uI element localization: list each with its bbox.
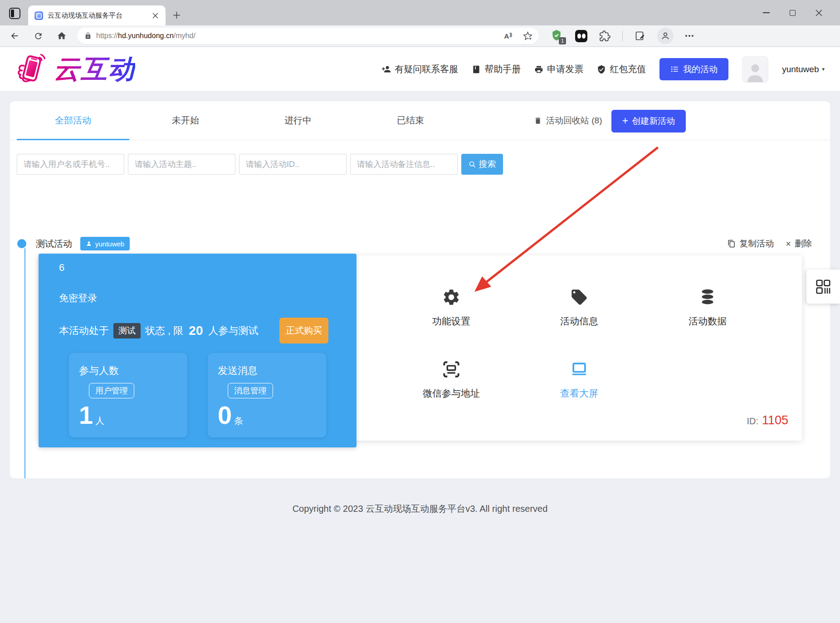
stat-value: 1 bbox=[79, 401, 93, 429]
feature-activity-data[interactable]: 活动数据 bbox=[662, 285, 753, 328]
activity-id: ID: 1105 bbox=[747, 413, 788, 427]
collections-icon[interactable] bbox=[635, 30, 645, 41]
refresh-icon bbox=[34, 31, 43, 41]
feature-label: 活动数据 bbox=[662, 315, 753, 328]
status-prefix: 本活动处于 bbox=[59, 324, 109, 338]
tab-in-progress[interactable]: 进行中 bbox=[242, 101, 354, 140]
status-suffix: 人参与测试 bbox=[209, 324, 259, 338]
browser-titlebar: 云互动现场互动服务平台 bbox=[0, 0, 840, 25]
delete-activity-label: 删除 bbox=[795, 238, 812, 250]
participants-stat-card: 参与人数 用户管理 1 人 bbox=[69, 353, 187, 437]
feature-function-settings[interactable]: 功能设置 bbox=[406, 285, 497, 328]
nav-label: 红包充值 bbox=[610, 63, 646, 75]
feature-activity-info[interactable]: 活动信息 bbox=[534, 285, 625, 328]
feature-label: 活动信息 bbox=[534, 315, 625, 328]
search-filters: 搜索 bbox=[17, 154, 503, 175]
close-icon bbox=[816, 10, 822, 16]
stat-value: 0 bbox=[218, 401, 232, 429]
browser-tab[interactable]: 云互动现场互动服务平台 bbox=[28, 5, 166, 25]
timeline-line bbox=[24, 248, 25, 478]
nav-help-manual[interactable]: 帮助手册 bbox=[472, 63, 521, 75]
avatar[interactable] bbox=[742, 56, 768, 83]
username-menu[interactable]: yuntuweb ▾ bbox=[782, 64, 825, 74]
nav-label: 有疑问联系客服 bbox=[395, 63, 458, 75]
buy-official-button[interactable]: 正式购买 bbox=[279, 318, 328, 343]
laptop-icon bbox=[569, 359, 589, 379]
browser-toolbar: https://hd.yunhudong.cn/myhd/ A)) 1 bbox=[0, 25, 840, 47]
recycle-bin-label: 活动回收站 (8) bbox=[546, 115, 602, 127]
user-management-button[interactable]: 用户管理 bbox=[89, 383, 134, 398]
adblock-extension-button[interactable]: 1 bbox=[551, 29, 563, 43]
nav-request-invoice[interactable]: 申请发票 bbox=[534, 63, 583, 75]
read-aloud-icon[interactable]: A)) bbox=[504, 32, 511, 40]
tab-not-started[interactable]: 未开始 bbox=[129, 101, 242, 140]
layout-toggle-button[interactable] bbox=[806, 270, 840, 304]
person-icon bbox=[660, 31, 670, 41]
copy-activity-label: 复制活动 bbox=[739, 238, 774, 250]
grid-list-icon bbox=[815, 278, 832, 295]
status-middle: 状态 , 限 bbox=[145, 324, 183, 338]
back-icon bbox=[10, 31, 20, 41]
avatar-placeholder-icon bbox=[745, 61, 766, 82]
topic-search-input[interactable] bbox=[128, 154, 235, 175]
workspaces-icon bbox=[9, 8, 20, 19]
trash-icon bbox=[534, 117, 542, 125]
nav-redpacket-recharge[interactable]: 红包充值 bbox=[597, 63, 646, 75]
search-button[interactable]: 搜索 bbox=[461, 154, 503, 175]
copy-icon bbox=[728, 240, 736, 248]
person-add-icon bbox=[381, 64, 391, 74]
stat-unit: 人 bbox=[95, 415, 104, 427]
feature-wechat-address[interactable]: 微信参与地址 bbox=[406, 358, 497, 400]
copy-activity-link[interactable]: 复制活动 bbox=[728, 238, 774, 250]
create-activity-label: 创建新活动 bbox=[632, 115, 675, 127]
activity-id-search-input[interactable] bbox=[239, 154, 347, 175]
create-activity-button[interactable]: + 创建新活动 bbox=[611, 110, 686, 132]
site-header: 云互动 有疑问联系客服 帮助手册 申请发票 红包充值 我的活动 bbox=[0, 47, 840, 92]
status-limit: 20 bbox=[189, 324, 203, 338]
refresh-button[interactable] bbox=[29, 27, 47, 44]
hand-phone-logo-icon bbox=[12, 51, 51, 88]
extension-badge: 1 bbox=[559, 37, 566, 44]
page: 云互动 有疑问联系客服 帮助手册 申请发票 红包充值 我的活动 bbox=[0, 47, 840, 623]
maximize-icon bbox=[790, 10, 796, 16]
delete-activity-link[interactable]: × 删除 bbox=[786, 238, 812, 250]
tab-close-icon[interactable] bbox=[150, 10, 160, 20]
login-mode-label: 免密登录 bbox=[59, 292, 97, 304]
id-value: 1105 bbox=[762, 413, 788, 427]
maximize-button[interactable] bbox=[779, 0, 806, 25]
activity-summary-card: 6 免密登录 本活动处于 测试 状态 , 限 20 人参与测试 正式购买 参与人… bbox=[39, 254, 357, 447]
new-tab-button[interactable] bbox=[170, 8, 183, 22]
minimize-button[interactable] bbox=[753, 0, 779, 25]
favorite-star-icon[interactable] bbox=[523, 31, 532, 41]
lock-icon bbox=[84, 32, 92, 39]
feature-label: 微信参与地址 bbox=[406, 387, 497, 400]
site-logo[interactable]: 云互动 bbox=[12, 51, 135, 88]
home-button[interactable] bbox=[53, 27, 71, 44]
extensions-puzzle-icon[interactable] bbox=[599, 30, 610, 42]
dark-extension-button[interactable] bbox=[575, 30, 587, 42]
message-management-button[interactable]: 消息管理 bbox=[228, 383, 273, 398]
username-search-input[interactable] bbox=[17, 154, 124, 175]
status-line: 本活动处于 测试 状态 , 限 20 人参与测试 bbox=[59, 321, 259, 341]
home-icon bbox=[57, 31, 67, 41]
tab-ended[interactable]: 已结束 bbox=[354, 101, 467, 140]
my-activities-button[interactable]: 我的活动 bbox=[659, 58, 728, 80]
minimize-icon bbox=[763, 12, 770, 13]
back-button[interactable] bbox=[5, 27, 24, 44]
messages-stat-card: 发送消息 消息管理 0 条 bbox=[208, 353, 326, 437]
browser-menu-button[interactable] bbox=[685, 35, 693, 37]
address-bar[interactable]: https://hd.yunhudong.cn/myhd/ A)) bbox=[77, 28, 539, 44]
tab-actions-button[interactable] bbox=[7, 6, 22, 20]
browser-profile-button[interactable] bbox=[657, 28, 674, 44]
stat-title: 参与人数 bbox=[79, 364, 187, 378]
close-window-button[interactable] bbox=[806, 0, 832, 25]
url-text: https://hd.yunhudong.cn/myhd/ bbox=[96, 32, 504, 40]
tab-all-activities[interactable]: 全部活动 bbox=[17, 101, 129, 140]
printer-icon bbox=[534, 65, 543, 74]
activity-tabs: 全部活动 未开始 进行中 已结束 活动回收站 (8) + 创建新活动 bbox=[10, 101, 830, 140]
nav-contact-support[interactable]: 有疑问联系客服 bbox=[381, 63, 458, 75]
nav-label: 申请发票 bbox=[547, 63, 583, 75]
feature-view-big-screen[interactable]: 查看大屏 bbox=[534, 358, 625, 400]
recycle-bin-link[interactable]: 活动回收站 (8) bbox=[534, 101, 602, 140]
note-search-input[interactable] bbox=[350, 154, 458, 175]
